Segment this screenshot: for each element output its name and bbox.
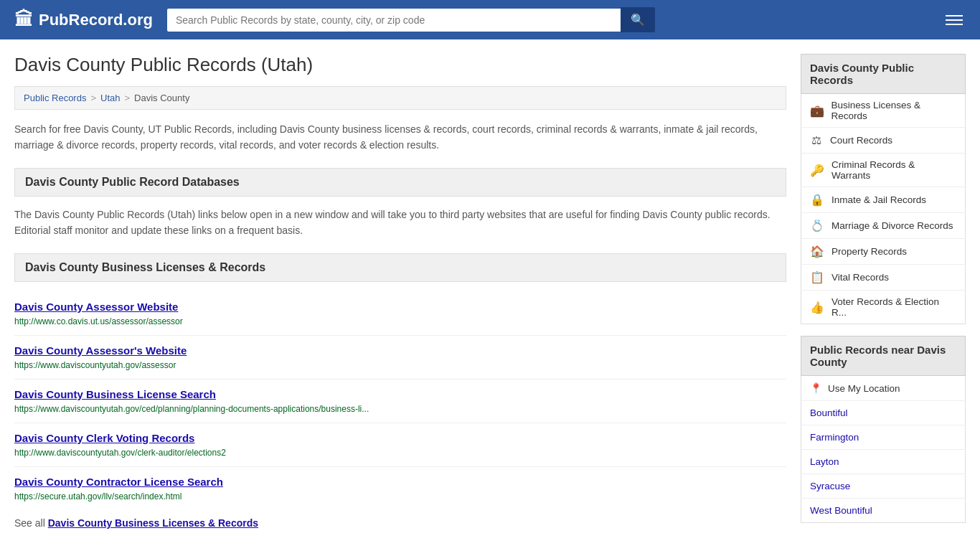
sidebar-item-court[interactable]: ⚖ Court Records: [801, 128, 966, 154]
record-entry-4: Davis County Contractor License Search h…: [14, 467, 786, 510]
breadcrumb-county: Davis County: [134, 93, 189, 103]
sidebar-item-criminal-label: Criminal Records & Warrants: [831, 159, 956, 181]
sidebar: Davis County Public Records 💼 Business L…: [801, 54, 966, 534]
sidebar-item-business[interactable]: 💼 Business Licenses & Records: [801, 94, 966, 128]
sidebar-item-marriage[interactable]: 💍 Marriage & Divorce Records: [801, 213, 966, 239]
intro-text: Search for free Davis County, UT Public …: [14, 121, 786, 154]
menu-bar-2: [946, 19, 963, 21]
menu-button[interactable]: [943, 12, 966, 28]
main-layout: Davis County Public Records (Utah) Publi…: [0, 39, 980, 549]
sidebar-nearby-west-bountiful[interactable]: West Bountiful: [801, 499, 966, 523]
sidebar-nearby-bountiful[interactable]: Bountiful: [801, 401, 966, 425]
sidebar-item-criminal[interactable]: 🔑 Criminal Records & Warrants: [801, 154, 966, 187]
search-icon: 🔍: [631, 14, 645, 26]
sidebar-item-voter-label: Voter Records & Election R...: [831, 296, 956, 318]
sidebar-nearby-layton[interactable]: Layton: [801, 450, 966, 474]
record-title-1[interactable]: Davis County Assessor's Website: [14, 344, 786, 357]
sidebar-nearby-header: Public Records near Davis County: [801, 336, 966, 376]
lock-icon: 🔒: [810, 193, 824, 207]
thumbsup-icon: 👍: [810, 301, 824, 314]
sidebar-nearby-syracuse[interactable]: Syracuse: [801, 474, 966, 499]
menu-bar-1: [946, 15, 963, 17]
breadcrumb-public-records[interactable]: Public Records: [24, 93, 86, 103]
sidebar-item-business-label: Business Licenses & Records: [831, 100, 956, 121]
breadcrumb-sep-1: >: [90, 93, 96, 103]
key-icon: 🔑: [810, 164, 824, 177]
record-entry-1: Davis County Assessor's Website https://…: [14, 336, 786, 380]
databases-description: The Davis County Public Records (Utah) l…: [14, 207, 786, 239]
record-url-3[interactable]: http://www.daviscountyutah.gov/clerk-aud…: [14, 448, 226, 458]
sidebar-nearby-farmington[interactable]: Farmington: [801, 425, 966, 450]
see-all-link[interactable]: Davis County Business Licenses & Records: [48, 517, 258, 529]
search-area: 🔍: [167, 7, 655, 32]
location-pin-icon: 📍: [810, 382, 822, 394]
record-url-2[interactable]: https://www.daviscountyutah.gov/ced/plan…: [14, 404, 369, 414]
search-input[interactable]: [167, 9, 621, 32]
sidebar-item-property[interactable]: 🏠 Property Records: [801, 239, 966, 265]
sidebar-item-marriage-label: Marriage & Divorce Records: [831, 220, 953, 231]
header: 🏛 PubRecord.org 🔍: [0, 0, 980, 39]
main-content: Davis County Public Records (Utah) Publi…: [14, 54, 786, 534]
record-entry-3: Davis County Clerk Voting Records http:/…: [14, 423, 786, 467]
use-location-label: Use My Location: [828, 383, 900, 394]
home-icon: 🏠: [810, 245, 824, 258]
sidebar-public-records-section: Davis County Public Records 💼 Business L…: [801, 54, 966, 324]
records-list: Davis County Assessor Website http://www…: [14, 292, 786, 510]
briefcase-icon: 💼: [810, 104, 824, 118]
logo[interactable]: 🏛 PubRecord.org: [14, 9, 153, 31]
record-url-4[interactable]: https://secure.utah.gov/llv/search/index…: [14, 491, 182, 501]
breadcrumb-utah[interactable]: Utah: [100, 93, 120, 103]
sidebar-item-inmate-label: Inmate & Jail Records: [831, 194, 926, 205]
logo-icon: 🏛: [14, 9, 33, 31]
sidebar-item-inmate[interactable]: 🔒 Inmate & Jail Records: [801, 187, 966, 213]
sidebar-item-court-label: Court Records: [830, 135, 892, 146]
search-button[interactable]: 🔍: [621, 7, 655, 32]
ring-icon: 💍: [810, 219, 824, 232]
see-all-label: See all: [14, 517, 48, 529]
record-entry-2: Davis County Business License Search htt…: [14, 380, 786, 423]
sidebar-public-records-header: Davis County Public Records: [801, 54, 966, 94]
clipboard-icon: 📋: [810, 270, 824, 284]
breadcrumb-sep-2: >: [125, 93, 131, 103]
menu-bar-3: [946, 24, 963, 25]
record-url-0[interactable]: http://www.co.davis.ut.us/assessor/asses…: [14, 316, 183, 326]
logo-text: PubRecord.org: [39, 11, 153, 29]
record-title-0[interactable]: Davis County Assessor Website: [14, 301, 786, 313]
page-title: Davis County Public Records (Utah): [14, 54, 786, 76]
business-section-header: Davis County Business Licenses & Records: [14, 253, 786, 282]
sidebar-use-location[interactable]: 📍 Use My Location: [801, 376, 966, 401]
record-title-4[interactable]: Davis County Contractor License Search: [14, 476, 786, 488]
sidebar-item-vital[interactable]: 📋 Vital Records: [801, 265, 966, 291]
breadcrumb: Public Records > Utah > Davis County: [14, 86, 786, 110]
record-title-2[interactable]: Davis County Business License Search: [14, 388, 786, 400]
sidebar-item-property-label: Property Records: [831, 246, 907, 257]
sidebar-nearby-section: Public Records near Davis County 📍 Use M…: [801, 336, 966, 523]
record-title-3[interactable]: Davis County Clerk Voting Records: [14, 432, 786, 444]
sidebar-item-vital-label: Vital Records: [831, 272, 889, 283]
record-entry-0: Davis County Assessor Website http://www…: [14, 292, 786, 336]
record-url-1[interactable]: https://www.daviscountyutah.gov/assessor: [14, 360, 176, 370]
sidebar-item-voter[interactable]: 👍 Voter Records & Election R...: [801, 291, 966, 324]
scales-icon: ⚖: [810, 133, 823, 147]
databases-section-header: Davis County Public Record Databases: [14, 168, 786, 197]
see-all-section: See all Davis County Business Licenses &…: [14, 517, 786, 529]
